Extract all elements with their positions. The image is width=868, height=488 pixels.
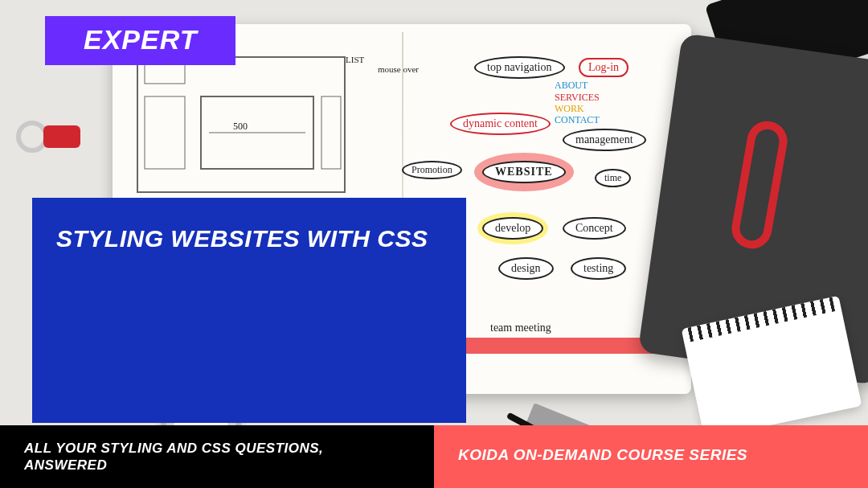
sketch-team-meeting: team meeting (490, 322, 551, 334)
sketch-concept: Concept (563, 217, 626, 240)
slide: top navigation Log-in LIST mouse over AB… (0, 0, 868, 488)
svg-rect-4 (145, 96, 185, 169)
sketch-list: LIST (346, 55, 364, 64)
sketch-design: design (498, 257, 554, 280)
sketch-website: WEBSITE (482, 161, 566, 183)
sketch-dynamic-content: dynamic content (450, 113, 551, 135)
key-icon (16, 121, 88, 153)
sketch-sidebar-contact: CONTACT (555, 114, 600, 126)
sketch-top-navigation: top navigation (474, 56, 565, 79)
wireframe-sketch (137, 56, 346, 193)
level-badge: EXPERT (45, 16, 235, 65)
sketch-mouse-over: mouse over (378, 64, 419, 74)
course-title-panel: STYLING WEBSITES WITH CSS (32, 198, 466, 423)
footer-tagline: ALL YOUR STYLING AND CSS QUESTIONS, ANSW… (0, 425, 434, 488)
sketch-time: time (595, 169, 631, 187)
sketch-promotion: Promotion (402, 161, 462, 179)
sketch-management: management (563, 129, 646, 151)
sketch-sidebar-work: WORK (555, 103, 584, 115)
sketch-develop: develop (482, 217, 543, 240)
sketch-login: Log-in (579, 58, 628, 77)
sketch-testing: testing (571, 257, 626, 280)
svg-rect-5 (321, 96, 341, 169)
course-title: STYLING WEBSITES WITH CSS (56, 225, 442, 252)
sketch-sidebar-about: ABOUT (555, 80, 588, 91)
footer-series: KOIDA ON-DEMAND COURSE SERIES (434, 425, 868, 488)
footer-bar: ALL YOUR STYLING AND CSS QUESTIONS, ANSW… (0, 425, 868, 488)
svg-rect-1 (145, 64, 185, 84)
sketch-sidebar-services: SERVICES (555, 92, 600, 104)
